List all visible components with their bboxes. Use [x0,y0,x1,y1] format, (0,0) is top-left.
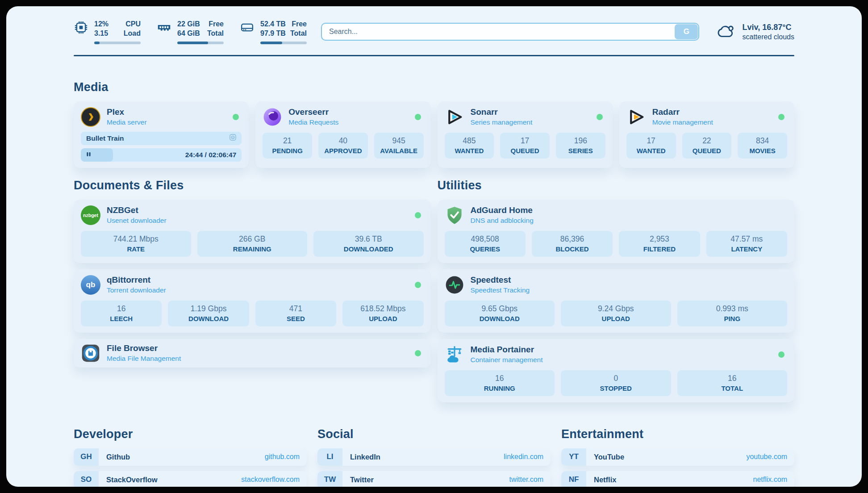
app-link-filebrowser[interactable]: File Browser Media File Management [81,343,181,363]
app-card-overseerr: Overseerr Media Requests 21 PENDING 40 A… [255,101,430,168]
status-dot [415,282,421,288]
utilities-column: Utilities AdGuard Home [438,179,795,402]
app-link-radarr[interactable]: Radarr Movie management [626,107,713,127]
app-subtitle: Torrent downloader [107,286,166,294]
app-subtitle: Media File Management [107,355,181,363]
bookmarks-social: Social LI LinkedIn linkedin.com TW Twitt… [317,427,551,487]
portainer-icon [445,345,464,364]
stat-stopped: 0 STOPPED [561,370,671,396]
topbar: 12% 3.15 CPU Load [74,6,794,44]
bookmark-abbr: TW [317,471,342,487]
disk-widget: 52.4 TB 97.9 TB Free Total [240,20,307,44]
app-subtitle: DNS and adblocking [471,217,534,225]
bookmark-abbr: YT [561,448,586,466]
stat-download: 1.19 Gbps DOWNLOAD [168,301,249,326]
bookmark-twitter[interactable]: TW Twitter twitter.com [317,471,551,487]
bookmark-github[interactable]: GH Github github.com [74,448,307,466]
plex-icon [81,107,100,127]
status-dot [778,351,785,358]
ram-widget: 22 GiB 64 GiB Free Total [157,20,224,44]
ram-values: 22 GiB 64 GiB [177,20,200,38]
search-bar: G [321,23,699,41]
stat-upload: 618.52 Mbps UPLOAD [342,301,423,326]
stat-queries: 498,508 QUERIES [445,231,526,257]
section-title-documents: Documents & Files [74,179,431,192]
app-subtitle: Usenet downloader [107,217,167,225]
stat-rate: 744.21 Mbps RATE [81,231,191,257]
bookmark-name: Github [106,453,130,461]
speedtest-icon [445,275,464,295]
bookmark-name: YouTube [594,453,624,461]
bookmark-name: Twitter [350,476,374,484]
cloud-icon [716,23,736,41]
stat-wanted: 17 WANTED [626,133,676,159]
cpu-widget: 12% 3.15 CPU Load [74,20,141,44]
app-subtitle: Media Requests [288,118,338,126]
app-title: Speedtest [471,275,530,285]
nzbget-icon: nzbget [81,205,100,225]
bookmarks-entertainment: Entertainment YT YouTube youtube.com NF … [561,427,794,487]
app-card-plex: Plex Media server Bullet Train [74,101,249,168]
bookmark-netflix[interactable]: NF Netflix netflix.com [561,471,794,487]
section-title-entertainment: Entertainment [561,427,794,441]
stat-upload: 9.24 Gbps UPLOAD [561,301,671,326]
app-title: Media Portainer [471,345,543,355]
window-frame: 12% 3.15 CPU Load [0,0,868,493]
bookmark-youtube[interactable]: YT YouTube youtube.com [561,448,794,466]
app-card-filebrowser: File Browser Media File Management [74,339,431,368]
stat-wanted: 485 WANTED [445,133,494,159]
bookmark-url: stackoverflow.com [241,476,300,484]
disk-total: 97.9 TB [260,29,286,37]
status-dot [415,212,421,218]
app-link-plex[interactable]: Plex Media server [81,107,147,127]
ram-total: 64 GiB [177,29,200,37]
media-card-row: Plex Media server Bullet Train [74,101,794,168]
stat-pending: 21 PENDING [263,133,312,159]
section-title-media: Media [74,80,794,94]
app-link-qbittorrent[interactable]: qb qBittorrent Torrent downloader [81,275,166,295]
app-link-nzbget[interactable]: nzbget NZBGet Usenet downloader [81,205,167,225]
bookmark-abbr: NF [561,471,586,487]
section-title-utilities: Utilities [438,179,795,192]
weather-widget: Lviv, 16.87°C scattered clouds [716,23,794,41]
app-link-portainer[interactable]: Media Portainer Container management [445,345,543,364]
bookmark-stackoverflow[interactable]: SO StackOverflow stackoverflow.com [74,471,307,487]
status-dot [415,114,421,120]
bookmark-name: Netflix [594,476,616,484]
ram-icon [157,20,171,44]
stat-movies: 834 MOVIES [738,133,787,159]
app-title: Sonarr [471,107,533,117]
app-subtitle: Series management [471,118,533,126]
app-link-adguard[interactable]: AdGuard Home DNS and adblocking [445,205,534,225]
app-link-overseerr[interactable]: Overseerr Media Requests [263,107,338,127]
adguard-icon [445,205,464,225]
section-title-social: Social [317,427,551,441]
pause-icon [86,151,92,159]
stat-approved: 40 APPROVED [318,133,368,159]
radarr-icon [626,107,646,127]
now-playing-row: Bullet Train [81,132,242,145]
stat-seed: 471 SEED [255,301,336,326]
bookmark-name: LinkedIn [350,453,380,461]
app-subtitle: Media server [107,118,147,126]
stat-queued: 22 QUEUED [682,133,732,159]
app-subtitle: Speedtest Tracking [471,286,530,294]
app-title: File Browser [107,343,181,353]
cpu-labels: CPU Load [124,20,141,38]
system-stats: 12% 3.15 CPU Load [74,20,307,44]
bookmark-abbr: SO [74,471,99,487]
qbittorrent-icon: qb [81,275,100,295]
stat-total: 16 TOTAL [677,370,788,396]
stat-download: 9.65 Gbps DOWNLOAD [445,301,555,326]
bookmark-name: StackOverflow [106,476,158,484]
search-engine-button[interactable]: G [675,24,698,39]
app-subtitle: Container management [471,356,543,364]
app-link-speedtest[interactable]: Speedtest Speedtest Tracking [445,275,530,295]
app-link-sonarr[interactable]: Sonarr Series management [445,107,533,127]
search-input[interactable] [321,23,699,41]
stat-blocked: 86,396 BLOCKED [532,231,613,257]
app-title: NZBGet [107,205,167,215]
bookmark-linkedin[interactable]: LI LinkedIn linkedin.com [317,448,551,466]
section-title-developer: Developer [74,427,307,441]
disk-free: 52.4 TB [260,20,286,28]
